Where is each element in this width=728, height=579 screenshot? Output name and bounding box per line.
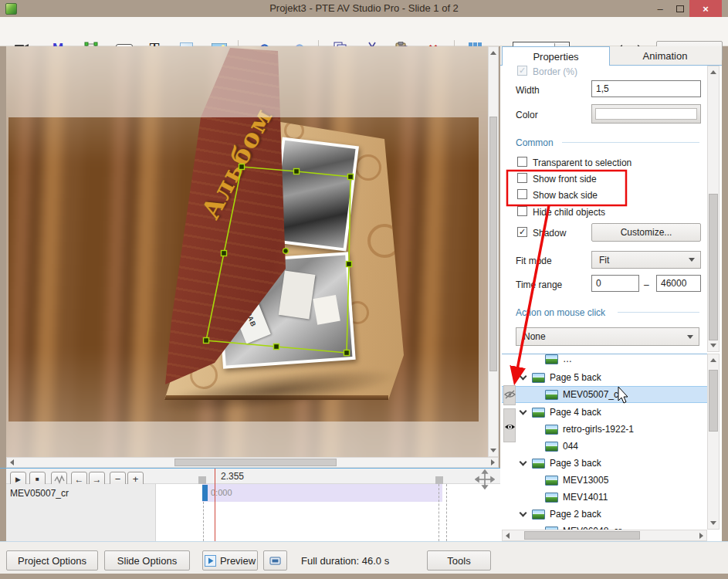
tree-item-label: Page 2 back	[550, 509, 601, 520]
app-window: Projekt3 - PTE AV Studio Pro - Slide 1 o…	[0, 0, 728, 579]
slide-options-button[interactable]: Slide Options	[104, 550, 190, 571]
scroll-down-icon[interactable]	[710, 344, 716, 347]
tab-properties[interactable]: Properties	[502, 46, 610, 66]
shadow-checkbox[interactable]	[517, 227, 527, 237]
time-range-to-field[interactable]: 46000	[656, 275, 701, 292]
tree-item-clipped[interactable]: …	[502, 354, 707, 367]
timeline-guide-line	[203, 502, 204, 541]
eye-icon[interactable]	[504, 422, 516, 432]
scroll-left-icon[interactable]	[10, 459, 14, 466]
tree-item-page-3-back[interactable]: Page 3 back	[502, 455, 707, 472]
preview-label: Preview	[220, 555, 256, 567]
canvas-vertical-scrollbar[interactable]	[488, 46, 499, 457]
scroll-down-icon[interactable]	[710, 521, 716, 525]
properties-scrollbar[interactable]	[707, 66, 720, 352]
transparent-to-selection-checkbox[interactable]	[517, 157, 527, 167]
properties-scroll-thumb[interactable]	[709, 194, 718, 340]
action-section-rule	[618, 312, 699, 313]
timeline-track-name[interactable]: MEV05007_cr	[6, 484, 156, 502]
preview-play-icon	[205, 555, 216, 567]
color-swatch-button[interactable]	[591, 104, 701, 124]
canvas-horizontal-scrollbar[interactable]	[6, 457, 499, 468]
tree-hscroll-thumb[interactable]	[524, 531, 640, 540]
time-range-label: Time range	[516, 279, 562, 290]
show-front-side-checkbox[interactable]	[517, 173, 527, 183]
scroll-right-icon[interactable]	[699, 533, 703, 539]
canvas-hscroll-thumb[interactable]	[174, 459, 337, 466]
selection-overlay[interactable]	[6, 46, 488, 457]
tree-vscroll-thumb[interactable]	[709, 370, 718, 432]
tree-item-page-5-back[interactable]: Page 5 back	[502, 369, 707, 386]
hide-child-objects-checkbox[interactable]	[517, 206, 527, 216]
tree-item-label: Page 4 back	[550, 407, 601, 418]
shadow-label: Shadow	[533, 228, 566, 239]
mini-player-button[interactable]	[263, 550, 287, 571]
window-close-button[interactable]: ×	[689, 0, 722, 17]
scroll-right-icon[interactable]	[491, 459, 495, 466]
border-checkbox[interactable]	[517, 66, 527, 76]
minimize-button[interactable]: –	[651, 0, 669, 17]
timeline-label-column	[6, 502, 156, 541]
tree-vertical-scrollbar[interactable]	[707, 354, 720, 530]
scroll-up-icon[interactable]	[710, 70, 716, 74]
shadow-customize-button[interactable]: Customize...	[591, 223, 701, 242]
show-front-side-label: Show front side	[533, 174, 597, 185]
time-range-from-field[interactable]: 0	[591, 275, 639, 292]
image-icon	[532, 408, 545, 418]
tree-item-page-2-back[interactable]: Page 2 back	[502, 506, 707, 523]
action-section-header: Action on mouse click	[516, 307, 605, 318]
image-icon	[545, 425, 558, 435]
scroll-left-icon[interactable]	[506, 533, 510, 539]
tree-item-label: MEV13005	[563, 475, 608, 486]
maximize-button[interactable]	[671, 0, 689, 17]
canvas-vscroll-thumb[interactable]	[489, 117, 497, 371]
preview-button[interactable]: Preview	[202, 550, 258, 571]
chevron-down-icon[interactable]	[520, 372, 527, 380]
tree-item-label: retro-girls-1922-1	[563, 424, 634, 435]
scroll-up-icon[interactable]	[490, 51, 496, 55]
tree-horizontal-scrollbar[interactable]	[502, 530, 707, 541]
timeline-clip-band[interactable]	[202, 484, 442, 502]
clip-start-marker[interactable]	[202, 485, 208, 501]
tree-item-mev06048-clipped[interactable]: MEV06048_cr	[502, 523, 707, 530]
keyframe-marker[interactable]	[435, 476, 443, 484]
tree-item-label: …	[563, 354, 572, 364]
chevron-down-icon[interactable]	[520, 407, 527, 415]
tree-item-page-4-back[interactable]: Page 4 back	[502, 404, 707, 421]
timeline-guide-line	[446, 484, 447, 541]
color-swatch	[595, 108, 697, 120]
minimize-icon: –	[657, 3, 662, 15]
maximize-icon	[676, 5, 684, 12]
image-icon	[545, 390, 558, 400]
tree-item-mev13005[interactable]: MEV13005	[502, 472, 707, 489]
fit-mode-dropdown[interactable]: Fit	[591, 251, 701, 269]
tools-button[interactable]: Tools	[427, 550, 491, 571]
tree-item-mev05007-selected[interactable]: MEV05007_cr	[502, 386, 707, 403]
mouse-click-action-dropdown[interactable]: None	[516, 327, 699, 346]
slide-canvas[interactable]: ПРАВ Альбом	[6, 46, 488, 457]
tree-item-retro-girls[interactable]: retro-girls-1922-1	[502, 421, 707, 438]
keyframe-marker[interactable]	[198, 476, 206, 484]
selection-handles[interactable]	[204, 164, 354, 356]
tree-item-044[interactable]: 044	[502, 438, 707, 455]
timeline-guide-line	[438, 484, 439, 541]
objects-tree: … Page 5 back MEV05007_cr Page 4 back re…	[502, 354, 707, 530]
chevron-down-icon[interactable]	[520, 509, 527, 516]
show-back-side-checkbox[interactable]	[517, 189, 527, 199]
color-label: Color	[516, 110, 538, 120]
eye-slash-icon[interactable]	[504, 390, 516, 399]
common-section-header: Common	[516, 137, 554, 148]
tab-animation[interactable]: Animation	[610, 46, 720, 66]
pan-timeline-icon[interactable]	[475, 469, 495, 493]
main-toolbar: M OK T ↶ ↷ × Auto	[0, 17, 728, 46]
tree-item-label: Page 3 back	[550, 458, 601, 469]
playhead-line[interactable]	[215, 469, 215, 541]
selection-outline[interactable]	[206, 167, 350, 353]
image-icon	[532, 459, 545, 469]
tree-item-mev14011[interactable]: MEV14011	[502, 489, 707, 506]
project-options-button[interactable]: Project Options	[6, 550, 98, 571]
chevron-down-icon[interactable]	[520, 458, 527, 466]
scroll-down-icon[interactable]	[490, 449, 496, 452]
width-field[interactable]: 1,5	[591, 80, 701, 97]
scroll-up-icon[interactable]	[710, 358, 716, 362]
